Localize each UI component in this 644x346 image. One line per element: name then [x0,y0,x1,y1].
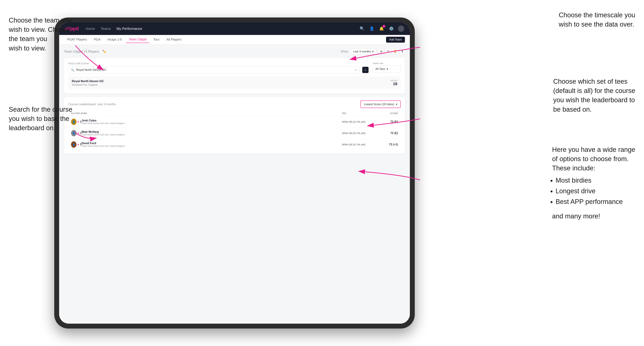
search-icon[interactable]: 🔍 [359,25,365,32]
leaderboard-card: Course Leaderboard, Last 3 months Lowest… [64,97,405,154]
view-icons: ⊞ ☰ 🏆 ⬇ [378,49,405,54]
bullet-drive: Longest drive [556,186,635,196]
list-view-icon[interactable]: ☰ [385,49,391,54]
subnav-all-players[interactable]: All Players [164,36,184,43]
add-team-button[interactable]: Add Team [386,37,405,43]
player-name: Josh Coles [82,119,125,122]
leaderboard-title: Course Leaderboard, Last 3 months [68,103,116,106]
and-more: and many more! [552,212,635,221]
tee-col-header: TEE [342,112,377,115]
rank-number: 1 [80,120,82,123]
rank-number: 3 [80,143,82,146]
find-course-label: Find a Golf Course [68,62,368,65]
table-row: 👤 ♥ 1 Josh Coles Royal North Devon Golf … [68,116,401,128]
show-label: Show: [341,50,348,53]
holes-count: 18 [391,82,397,86]
tee-dropdown[interactable]: All Tees ▾ [373,65,401,72]
player-info: David Ford Royal North Devon Golf Club, … [82,142,342,147]
clear-search-icon[interactable]: ✕ [354,68,357,72]
search-card: Find a Golf Course 🔍 ✕ ☆ Select Tee [64,58,405,93]
subnav-hcaps[interactable]: Hcaps 1-5 [104,36,125,43]
player-rank: 👤 ♥ 1 [71,130,82,136]
chevron-down-icon: ▾ [372,50,374,53]
annotation-search: Search for the courseyou wish to base th… [9,105,72,133]
nav-links: Home Teams My Performance [86,27,352,31]
course-result: Royal North Devon GC Westward Ho!, Engla… [68,76,401,89]
player-name: David Ford [82,142,125,145]
holes-label: Holes [391,79,397,82]
player-name: Blair McHarg [82,130,125,134]
tee-info: White (M) (6,744 yds) [342,132,377,135]
chevron-down-icon: ▾ [386,67,388,71]
course-name: Royal North Devon GC [72,79,104,83]
score-info: 72 (E) [377,132,398,135]
tee-section: Select Tee All Tees ▾ [373,62,401,74]
search-row: 🔍 ✕ ☆ [68,66,368,74]
score-type-dropdown[interactable]: Lowest Score (18 holes) ▾ [360,100,401,108]
team-header-right: Show: Last 3 months ▾ ⊞ ☰ 🏆 ⬇ [341,49,405,54]
holes-badge: Holes 18 [391,79,397,86]
player-details: Josh Coles Royal North Devon Golf Club, … [82,119,125,125]
team-header: Team Clippd 14 Players ✏️ Show: Last 3 m… [64,49,405,54]
player-club: Royal North Devon Golf Club, United King… [82,122,125,125]
settings-icon[interactable]: ⚙️ [388,25,394,32]
table-header: PLAYER NAME TEE SCORE [68,111,401,116]
tee-info: White (M) (6,744 yds) [342,143,377,146]
player-details: David Ford Royal North Devon Golf Club, … [82,142,125,147]
annotation-top-right: Choose the timescale youwish to see the … [559,10,635,29]
player-details: Blair McHarg Royal North Devon Golf Club… [82,130,125,136]
bell-icon[interactable]: 🔔1 [378,25,385,32]
edit-team-icon[interactable]: ✏️ [102,50,106,53]
avatar[interactable] [398,25,404,32]
favourite-icon[interactable]: ☆ [362,67,368,73]
player-club: Royal North Devon Golf Club, United King… [82,134,125,136]
player-col-header: PLAYER NAME [71,112,342,115]
score-info: 72 (E) [377,120,398,123]
score-info: 73 (+1) [377,143,398,146]
table-row: 👤 ♥ 1 Blair McHarg Royal North Devon Gol… [68,128,401,139]
player-club: Royal North Devon Golf Club, United King… [82,145,125,147]
heart-icon[interactable]: ♥ [78,120,79,123]
table-row: 👤 ♥ 3 David Ford Royal North Devon Golf … [68,139,401,150]
nav-link-performance[interactable]: My Performance [116,27,142,31]
course-search-wrapper: 🔍 ✕ [68,66,360,74]
bullet-birdies: Most birdies [556,176,635,185]
heart-icon[interactable]: ♥ [78,132,79,135]
course-search-input[interactable] [76,68,353,72]
tee-info: White (M) (6,744 yds) [342,120,377,123]
subnav-tour[interactable]: Tour [150,36,162,43]
download-icon[interactable]: ⬇ [399,49,405,54]
people-icon[interactable]: 👤 [368,25,375,32]
annotation-mid-right: Choose which set of tees(default is all)… [553,77,635,114]
player-info: Josh Coles Royal North Devon Golf Club, … [82,119,342,125]
heart-icon[interactable]: ♥ [78,143,79,146]
annotation-top-left: Choose the team you wish to view. Choose… [9,16,75,53]
search-icon: 🔍 [71,68,74,72]
player-rank: 👤 ♥ 3 [71,141,82,148]
subnav-team-clippd[interactable]: Team Clippd [126,36,150,43]
trophy-icon[interactable]: 🏆 [392,49,398,54]
grid-view-icon[interactable]: ⊞ [378,49,384,54]
chevron-down-icon: ▾ [396,103,397,106]
avatar: 👤 [71,141,76,148]
sub-nav: PGAT Players PGA Hcaps 1-5 Team Clippd T… [59,35,410,44]
nav-link-teams[interactable]: Teams [100,27,111,31]
time-period-dropdown[interactable]: Last 3 months ▾ [351,49,376,54]
leaderboard-header: Course Leaderboard, Last 3 months Lowest… [68,100,401,108]
score-col-header: SCORE [377,112,398,115]
top-nav: clippd Home Teams My Performance 🔍 👤 🔔1 … [59,22,410,35]
nav-link-home[interactable]: Home [86,27,95,31]
bullet-app: Best APP performance [556,197,635,206]
player-info: Blair McHarg Royal North Devon Golf Club… [82,130,342,136]
tablet-screen: clippd Home Teams My Performance 🔍 👤 🔔1 … [59,22,410,324]
course-location: Westward Ho!, England [72,83,104,86]
nav-icons: 🔍 👤 🔔1 ⚙️ [359,25,404,32]
subnav-pga[interactable]: PGA [91,36,104,43]
rank-number: 1 [80,132,82,135]
player-rank: 👤 ♥ 1 [71,119,82,125]
tablet-frame: clippd Home Teams My Performance 🔍 👤 🔔1 … [54,17,415,329]
select-tee-label: Select Tee [373,62,401,65]
main-content: Team Clippd 14 Players ✏️ Show: Last 3 m… [59,44,410,324]
annotation-bottom-right: Here you have a wide rangeof options to … [552,145,635,221]
